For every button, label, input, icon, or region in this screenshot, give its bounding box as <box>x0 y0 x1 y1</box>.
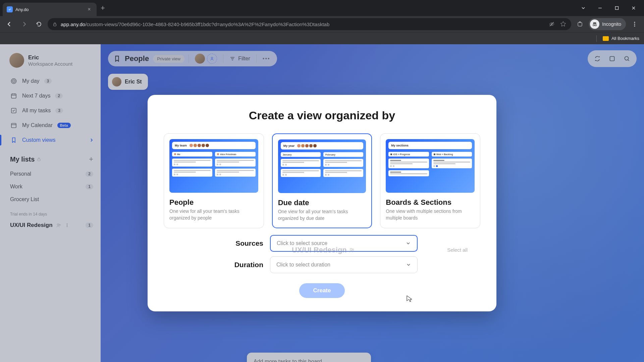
duration-placeholder: Click to select duration <box>276 262 330 268</box>
browser-menu-icon[interactable] <box>629 18 641 30</box>
duration-label: Duration <box>226 261 263 269</box>
eye-off-icon[interactable] <box>548 21 555 27</box>
modal-title: Create a view organized by <box>164 109 480 122</box>
svg-rect-0 <box>615 7 619 10</box>
card-preview: My team Me Alex Friedman <box>169 139 258 193</box>
tab-title: Any.do <box>15 7 83 12</box>
bookmarks-bar: All Bookmarks <box>0 32 644 44</box>
svg-rect-4 <box>579 22 581 23</box>
lock-icon <box>52 22 57 27</box>
view-type-cards: My team Me Alex Friedman People One view… <box>164 133 480 228</box>
chevron-down-icon <box>406 262 411 267</box>
card-preview: My sections iOS > Progress Web > Backlog <box>386 139 475 193</box>
card-desc: One view for all your team's tasks organ… <box>278 208 366 222</box>
sources-row: Sources Click to select source <box>164 235 480 252</box>
back-button[interactable] <box>3 18 15 30</box>
url-host: app.any.do/custom-views/70e6d96c-103e-48… <box>61 21 329 27</box>
card-boards-sections[interactable]: My sections iOS > Progress Web > Backlog… <box>380 133 480 228</box>
incognito-label: Incognito <box>602 21 621 27</box>
sources-select[interactable]: Click to select source <box>270 235 418 252</box>
window-controls <box>576 3 641 13</box>
maximize-button[interactable] <box>609 3 625 13</box>
bookmarks-divider <box>596 35 597 42</box>
duration-select[interactable]: Click to select duration <box>270 256 418 273</box>
card-title: People <box>169 198 258 207</box>
svg-point-9 <box>634 25 635 26</box>
svg-point-5 <box>593 24 594 26</box>
tab-close-icon[interactable]: × <box>86 6 93 12</box>
card-title: Boards & Sections <box>386 198 475 207</box>
svg-rect-3 <box>578 22 582 26</box>
browser-tabstrip: Any.do × + <box>0 0 644 16</box>
chevron-down-icon <box>406 241 411 246</box>
sources-label: Sources <box>226 239 263 247</box>
all-bookmarks-button[interactable]: All Bookmarks <box>611 36 639 41</box>
tab-favicon <box>7 6 13 12</box>
close-window-button[interactable] <box>626 3 641 13</box>
tab-dropdown-icon[interactable] <box>576 3 591 13</box>
card-people[interactable]: My team Me Alex Friedman People One view… <box>164 133 264 228</box>
card-desc: One view for all your team's tasks organ… <box>169 208 258 221</box>
create-view-modal: Create a view organized by My team Me Al… <box>148 95 496 311</box>
card-preview: My year January February <box>278 139 366 193</box>
svg-point-6 <box>595 24 596 26</box>
new-tab-button[interactable]: + <box>101 4 105 12</box>
sources-placeholder: Click to select source <box>277 240 327 246</box>
card-title: Due date <box>278 198 366 207</box>
extensions-icon[interactable] <box>574 18 586 30</box>
browser-tab[interactable]: Any.do × <box>3 3 97 16</box>
forward-button[interactable] <box>18 18 30 30</box>
svg-rect-1 <box>54 24 56 26</box>
address-bar[interactable]: app.any.do/custom-views/70e6d96c-103e-48… <box>48 18 571 30</box>
minimize-button[interactable] <box>592 3 608 13</box>
duration-row: Duration Click to select duration <box>164 256 480 273</box>
app-root: Eric Workspace Account My day 3 Next 7 d… <box>0 44 644 362</box>
svg-point-8 <box>634 24 635 25</box>
card-due-date[interactable]: My year January February Due date One vi… <box>272 133 372 228</box>
browser-toolbar: app.any.do/custom-views/70e6d96c-103e-48… <box>0 16 644 32</box>
bookmarks-folder-icon <box>603 36 609 41</box>
card-desc: One view with multiple sections from mul… <box>386 208 475 221</box>
bookmark-star-icon[interactable] <box>560 21 567 27</box>
create-button[interactable]: Create <box>299 283 345 298</box>
incognito-icon <box>590 19 599 29</box>
svg-point-7 <box>634 22 635 23</box>
incognito-badge[interactable]: Incognito <box>589 18 626 30</box>
reload-button[interactable] <box>33 18 45 30</box>
